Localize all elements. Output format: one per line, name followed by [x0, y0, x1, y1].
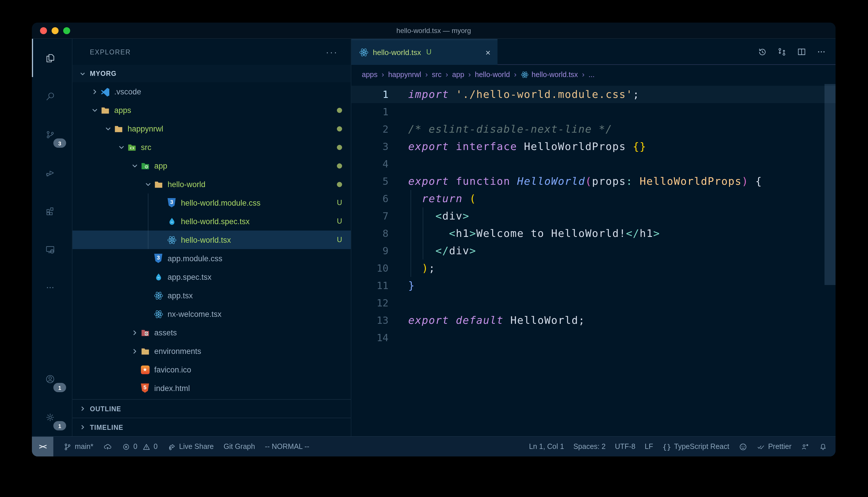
code-line[interactable]: 10 );	[352, 259, 836, 277]
code-line[interactable]: 1import './hello-world.module.css';	[352, 86, 836, 103]
activity-bar-item-settings[interactable]: 1	[32, 398, 72, 436]
status-item-errors[interactable]: 0	[122, 442, 137, 451]
breadcrumb-item-app[interactable]: app	[452, 70, 465, 79]
breadcrumb-item--[interactable]: ...	[589, 70, 595, 79]
chevron-right-icon[interactable]	[89, 88, 100, 95]
status-item-vim-mode[interactable]: -- NORMAL --	[265, 442, 309, 451]
close-window-button[interactable]	[40, 27, 47, 34]
code-line[interactable]: 2/* eslint-disable-next-line */	[352, 120, 836, 138]
zoom-window-button[interactable]	[63, 27, 70, 34]
status-item-notifications[interactable]	[819, 442, 827, 451]
explorer-more-actions-icon[interactable]: ···	[326, 47, 338, 57]
chevron-down-icon[interactable]	[116, 143, 126, 151]
chevron-down-icon[interactable]	[129, 162, 140, 169]
code-line[interactable]: 1	[352, 103, 836, 120]
code-line[interactable]: 4	[352, 155, 836, 173]
tree-item-hello-world-module-css[interactable]: 3hello-world.module.cssU	[72, 194, 351, 212]
more-actions-icon[interactable]	[816, 47, 826, 56]
tree-item-happynrwl[interactable]: happynrwl	[72, 119, 351, 138]
breadcrumb-item-happynrwl[interactable]: happynrwl	[388, 70, 421, 79]
status-item-encoding[interactable]: UTF-8	[615, 442, 635, 451]
remote-indicator[interactable]: ><	[32, 437, 53, 456]
breadcrumb-label: hello-world	[475, 70, 510, 79]
tab-hello-world-tsx[interactable]: hello-world.tsx U ×	[352, 39, 497, 65]
split-editor-icon[interactable]	[797, 47, 807, 56]
status-item-label: TypeScript React	[674, 442, 729, 451]
status-item-eol[interactable]: LF	[645, 442, 653, 451]
status-item-live-share[interactable]: Live Share	[168, 442, 214, 451]
status-item-warnings[interactable]: 0	[142, 442, 158, 451]
code-editor[interactable]: 1import './hello-world.module.css';12/* …	[352, 84, 836, 436]
code-line[interactable]: 7 <div>	[352, 208, 836, 225]
tree-item-app-tsx[interactable]: app.tsx	[72, 286, 351, 305]
activity-bar-item-remote-explorer[interactable]	[32, 230, 72, 268]
tree-item-src[interactable]: src	[72, 138, 351, 156]
tree-item-hello-world-spec-tsx[interactable]: hello-world.spec.tsxU	[72, 212, 351, 230]
code-line-content: export interface HelloWorldProps {}	[388, 138, 647, 155]
open-changes-icon[interactable]	[777, 47, 787, 56]
line-number: 1	[352, 103, 388, 120]
workspace-section-header[interactable]: MYORG	[72, 65, 351, 82]
code-line[interactable]: 11}	[352, 277, 836, 294]
status-item-prettier[interactable]: Prettier	[756, 442, 791, 451]
minimize-window-button[interactable]	[52, 27, 58, 34]
chevron-down-icon[interactable]	[102, 125, 113, 132]
outline-section-header[interactable]: OUTLINE	[72, 399, 351, 418]
tree-item-assets[interactable]: assets	[72, 323, 351, 342]
remote-explorer-icon	[45, 244, 55, 254]
status-item-publish[interactable]	[103, 442, 112, 451]
chevron-right-icon[interactable]	[129, 347, 140, 355]
tree-item-favicon-ico[interactable]: ★favicon.ico	[72, 360, 351, 379]
activity-bar-item-source-control[interactable]: 3	[32, 115, 72, 154]
status-item-cursor-position[interactable]: Ln 1, Col 1	[529, 442, 564, 451]
breadcrumb-item-hello-world-tsx[interactable]: hello-world.tsx	[521, 70, 578, 79]
source-control-badge: 3	[53, 139, 66, 148]
tree-item-app-spec-tsx[interactable]: app.spec.tsx	[72, 268, 351, 286]
breadcrumb-label: apps	[362, 70, 377, 79]
code-line[interactable]: 8 <h1>Welcome to HelloWorld!</h1>	[352, 225, 836, 242]
tree-item-nx-welcome-tsx[interactable]: nx-welcome.tsx	[72, 305, 351, 323]
activity-bar-item-search[interactable]	[32, 77, 72, 115]
tree-item-app[interactable]: app	[72, 156, 351, 175]
editor-scrollbar[interactable]	[825, 84, 836, 285]
code-line[interactable]: 14	[352, 329, 836, 346]
code-line[interactable]: 13export default HelloWorld;	[352, 312, 836, 329]
activity-bar-item-accounts[interactable]: 1	[32, 360, 72, 398]
chevron-down-icon[interactable]	[89, 106, 100, 114]
chevron-right-icon[interactable]	[129, 329, 140, 336]
status-item-indentation[interactable]: Spaces: 2	[574, 442, 606, 451]
tree-item-decoration	[337, 126, 342, 131]
code-line[interactable]: 12	[352, 294, 836, 312]
breadcrumb-item-hello-world[interactable]: hello-world	[475, 70, 510, 79]
code-line[interactable]: 5export function HelloWorld(props: Hello…	[352, 173, 836, 190]
code-line[interactable]: 6 return (	[352, 190, 836, 208]
code-line[interactable]: 9 </div>	[352, 242, 836, 259]
git-modified-dot	[337, 182, 342, 187]
breadcrumb-item-src[interactable]: src	[432, 70, 442, 79]
tree-item-environments[interactable]: environments	[72, 342, 351, 360]
code-line[interactable]: 3export interface HelloWorldProps {}	[352, 138, 836, 155]
tree-item-apps[interactable]: apps	[72, 101, 351, 119]
status-item-git-graph[interactable]: Git Graph	[223, 442, 255, 451]
chevron-down-icon[interactable]	[143, 181, 153, 188]
status-item-feedback[interactable]	[801, 442, 810, 451]
activity-bar-item-explorer[interactable]	[32, 39, 72, 77]
status-item-language-mode[interactable]: {}TypeScript React	[662, 442, 729, 451]
close-tab-icon[interactable]: ×	[485, 48, 491, 56]
editor-group: hello-world.tsx U × apps›happynrwl›src›a…	[352, 39, 836, 436]
status-item-git-branch[interactable]: main*	[63, 442, 93, 451]
tree-item--vscode[interactable]: .vscode	[72, 82, 351, 101]
status-bar-right: Ln 1, Col 1Spaces: 2UTF-8LF{}TypeScript …	[529, 442, 827, 451]
breadcrumb-item-apps[interactable]: apps	[362, 70, 377, 79]
tree-item-app-module-css[interactable]: 3app.module.css	[72, 249, 351, 268]
activity-bar-item-more[interactable]	[32, 268, 72, 307]
title-bar[interactable]: hello-world.tsx — myorg	[32, 23, 836, 39]
timeline-section-header[interactable]: TIMELINE	[72, 418, 351, 436]
tree-item-hello-world[interactable]: hello-world	[72, 175, 351, 194]
open-timeline-icon[interactable]	[757, 47, 767, 56]
tree-item-index-html[interactable]: 5index.html	[72, 379, 351, 397]
activity-bar-item-run-debug[interactable]	[32, 154, 72, 192]
tree-item-hello-world-tsx[interactable]: hello-world.tsxU	[72, 230, 351, 249]
status-item-github[interactable]	[739, 442, 747, 451]
activity-bar-item-extensions[interactable]	[32, 192, 72, 230]
